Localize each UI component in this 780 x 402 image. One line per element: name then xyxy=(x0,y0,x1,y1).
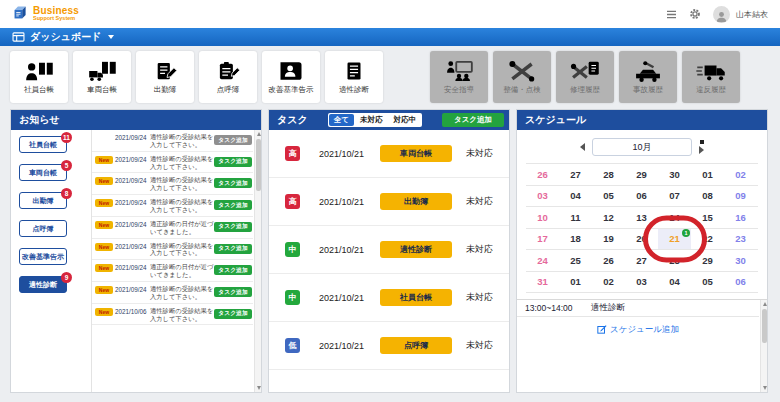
calendar-day[interactable]: 01 xyxy=(559,272,592,293)
calendar-mode-icon[interactable] xyxy=(700,140,704,144)
event-time: 13:00~14:00 xyxy=(525,303,591,313)
task-filter-tab[interactable]: 未対応 xyxy=(355,114,388,126)
calendar-day[interactable]: 16 xyxy=(724,207,757,228)
attendance-book-icon xyxy=(152,60,178,82)
calendar-day[interactable]: 30 xyxy=(658,164,691,185)
task-category-button[interactable]: 車両台帳 xyxy=(380,145,452,162)
calendar-day[interactable]: 27 xyxy=(625,250,658,271)
calendar-day[interactable]: 15 xyxy=(691,207,724,228)
calendar-day[interactable]: 29 xyxy=(691,250,724,271)
notice-filter-button[interactable]: 社員台帳11 xyxy=(19,136,67,153)
task-category-button[interactable]: 点呼簿 xyxy=(380,337,452,354)
notice-date: 2021/09/24 xyxy=(115,199,149,206)
toolbar-tile[interactable]: 改善基準告示 xyxy=(262,51,320,103)
settings-gear-icon[interactable] xyxy=(689,8,701,20)
scroll-down-icon[interactable] xyxy=(763,386,767,390)
menu-icon[interactable] xyxy=(666,10,677,19)
scroll-up-icon[interactable] xyxy=(257,132,261,136)
calendar-day[interactable]: 09 xyxy=(724,186,757,207)
calendar-day[interactable]: 29 xyxy=(625,164,658,185)
add-task-button[interactable]: タスク追加 xyxy=(214,222,252,232)
calendar-day[interactable]: 19 xyxy=(592,229,625,250)
calendar-day[interactable]: 23 xyxy=(724,229,757,250)
calendar-day[interactable]: 05 xyxy=(691,272,724,293)
toolbar-tile[interactable]: 社員台帳 xyxy=(10,51,68,103)
calendar-day[interactable]: 06 xyxy=(724,272,757,293)
toolbar-tile[interactable]: 出勤簿 xyxy=(136,51,194,103)
task-filter-tab[interactable]: 対応中 xyxy=(388,114,421,126)
toolbar-tile[interactable]: 車両台帳 xyxy=(73,51,131,103)
calendar-day[interactable]: 04 xyxy=(658,272,691,293)
notices-panel-header: お知らせ xyxy=(11,110,261,130)
task-status: 未対応 xyxy=(466,291,493,304)
calendar-day[interactable]: 17 xyxy=(526,229,559,250)
calendar-day[interactable]: 06 xyxy=(625,186,658,207)
calendar-day-selected[interactable]: 211 xyxy=(658,229,691,250)
scroll-down-icon[interactable] xyxy=(257,386,261,390)
notice-row: New2021/09/24適性診断の受診結果を入力して下さい。タスク追加 xyxy=(92,152,253,174)
calendar-day[interactable]: 25 xyxy=(559,250,592,271)
add-task-button[interactable]: タスク追加 xyxy=(214,287,252,297)
next-month-icon[interactable] xyxy=(699,146,704,154)
calendar-day[interactable]: 05 xyxy=(592,186,625,207)
task-category-button[interactable]: 出勤簿 xyxy=(380,193,452,210)
calendar-day[interactable]: 03 xyxy=(625,272,658,293)
calendar-day[interactable]: 28 xyxy=(658,250,691,271)
calendar-day[interactable]: 02 xyxy=(592,272,625,293)
calendar-day[interactable]: 27 xyxy=(559,164,592,185)
notice-filter-button[interactable]: 車両台帳5 xyxy=(19,164,67,181)
tasks-panel-header: タスク 全て未対応対応中 タスク追加 xyxy=(269,110,509,130)
calendar-day[interactable]: 20 xyxy=(625,229,658,250)
calendar-day[interactable]: 12 xyxy=(592,207,625,228)
event-row[interactable]: 13:00~14:00 適性診断 xyxy=(517,300,759,317)
scrollbar-thumb[interactable] xyxy=(762,309,767,343)
add-task-button[interactable]: タスク追加 xyxy=(214,135,252,145)
notice-filter-button[interactable]: 改善基準告示 xyxy=(19,248,67,265)
user-name[interactable]: 山本結衣 xyxy=(736,9,768,20)
add-task-button[interactable]: タスク追加 xyxy=(214,265,252,275)
notice-filter-button[interactable]: 出勤簿8 xyxy=(19,192,67,209)
prev-month-icon[interactable] xyxy=(580,143,585,151)
calendar-day[interactable]: 31 xyxy=(526,272,559,293)
calendar-day[interactable]: 02 xyxy=(724,164,757,185)
notice-filter-button[interactable]: 点呼簿 xyxy=(19,220,67,237)
calendar-day[interactable]: 13 xyxy=(625,207,658,228)
calendar-day[interactable]: 10 xyxy=(526,207,559,228)
calendar-day[interactable]: 03 xyxy=(526,186,559,207)
add-task-button[interactable]: タスク追加 xyxy=(214,178,252,188)
calendar-day[interactable]: 24 xyxy=(526,250,559,271)
task-add-button[interactable]: タスク追加 xyxy=(442,113,504,127)
calendar-day[interactable]: 30 xyxy=(724,250,757,271)
calendar-day[interactable]: 26 xyxy=(526,164,559,185)
notices-scrollbar[interactable] xyxy=(254,130,261,392)
add-task-button[interactable]: タスク追加 xyxy=(214,157,252,167)
task-category-button[interactable]: 適性診断 xyxy=(380,241,452,258)
toolbar-tile[interactable]: 適性診断 xyxy=(325,51,383,103)
month-select[interactable]: 10月 xyxy=(592,138,692,156)
tasks-title: タスク xyxy=(277,113,308,127)
calendar-day[interactable]: 01 xyxy=(691,164,724,185)
calendar-day[interactable]: 08 xyxy=(691,186,724,207)
calendar-day[interactable]: 28 xyxy=(592,164,625,185)
calendar-day[interactable]: 14 xyxy=(658,207,691,228)
calendar-day[interactable]: 22 xyxy=(691,229,724,250)
toolbar-tile[interactable]: 点呼簿 xyxy=(199,51,257,103)
scrollbar-thumb[interactable] xyxy=(256,139,261,191)
notice-filter-button[interactable]: 適性診断9 xyxy=(19,276,67,293)
schedule-scrollbar[interactable] xyxy=(760,300,767,392)
add-task-button[interactable]: タスク追加 xyxy=(214,244,252,254)
add-schedule-link[interactable]: スケジュール追加 xyxy=(517,324,759,336)
add-task-button[interactable]: タスク追加 xyxy=(214,200,252,210)
calendar-day[interactable]: 11 xyxy=(559,207,592,228)
notice-rows: New2021/09/24適性診断の受診結果を入力して下さい。タスク追加New2… xyxy=(92,130,253,325)
calendar-day[interactable]: 04 xyxy=(559,186,592,207)
scroll-up-icon[interactable] xyxy=(763,302,767,306)
nav-dashboard-menu[interactable]: ダッシュボード xyxy=(30,30,101,44)
calendar-day[interactable]: 26 xyxy=(592,250,625,271)
task-category-button[interactable]: 社員台帳 xyxy=(380,289,452,306)
calendar-day[interactable]: 07 xyxy=(658,186,691,207)
calendar-day[interactable]: 18 xyxy=(559,229,592,250)
add-task-button[interactable]: タスク追加 xyxy=(214,309,252,319)
user-avatar[interactable] xyxy=(713,6,730,23)
task-filter-tab[interactable]: 全て xyxy=(329,114,354,126)
